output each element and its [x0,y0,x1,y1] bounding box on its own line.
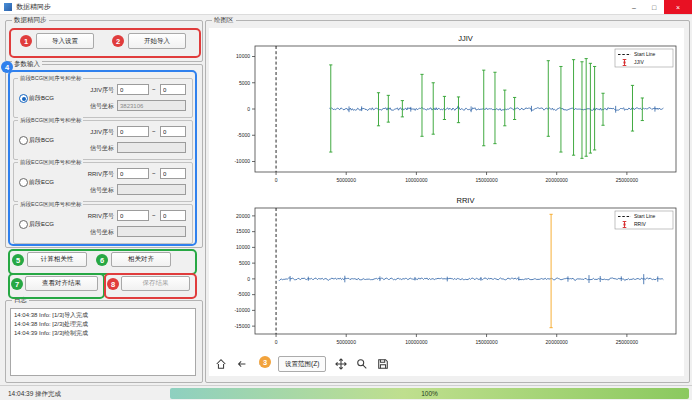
svg-text:20000000: 20000000 [546,177,568,183]
import-settings-button[interactable]: 导入设置 [36,33,94,49]
svg-text:5000: 5000 [239,260,250,266]
signal-coord-input [117,226,186,237]
plot-group-title: 绘图区 [212,16,236,25]
param-section-title: 前段ECG区间序号和坐标 [18,159,83,166]
correlation-align-button[interactable]: 相关对齐 [111,252,171,267]
start-import-button[interactable]: 开始导入 [128,33,186,49]
svg-text:20000000: 20000000 [546,339,568,345]
step-4-badge: 4 [1,61,13,73]
rriv-chart[interactable]: 0500000010000000150000002000000025000000… [211,194,682,350]
status-text: 14:04:39 操作完成 [8,390,61,399]
statusbar: 14:04:39 操作完成 100% [0,385,692,400]
titlebar: 数据精同步 – □ × [0,0,692,15]
svg-text:5000000: 5000000 [336,177,356,183]
serial-label: RRIV序号 [66,170,114,179]
calc-correlation-button[interactable]: 计算相关性 [27,252,87,267]
pan-icon[interactable] [333,356,349,372]
serial-end-input[interactable] [160,126,186,137]
view-align-result-button[interactable]: 查看对齐结果 [25,276,98,291]
range-separator: ~ [152,170,156,176]
serial-end-input[interactable] [160,84,186,95]
svg-text:10000: 10000 [236,244,250,250]
svg-text:Start Line: Start Line [634,51,656,57]
back-icon[interactable] [234,356,250,372]
svg-text:15000000: 15000000 [475,177,497,183]
rear-ecg-radio-label: 后段ECG [29,220,54,229]
step-6-badge: 6 [96,254,108,266]
step-2-badge: 2 [112,35,124,47]
svg-text:RRIV: RRIV [634,221,647,227]
import-group-title: 数据精同步 [12,16,49,25]
zoom-icon[interactable] [354,356,370,372]
step-8-badge: 8 [107,278,119,290]
serial-start-input[interactable] [117,126,149,137]
svg-text:10000000: 10000000 [405,339,427,345]
svg-text:RRIV: RRIV [457,196,475,205]
svg-text:0: 0 [275,177,278,183]
app-icon [4,3,12,11]
front-ecg-radio[interactable] [19,178,28,187]
svg-text:0: 0 [275,339,278,345]
plot-toolbar: 设置范围(Z) [213,355,679,373]
param-section-front-bcg: 前段BCG区间序号和坐标 前段BCG JJIV序号 ~ 信号坐标 [13,78,193,118]
log-line: 14:04:38 Info: [2/3]处理完成 [14,320,192,329]
serial-label: JJIV序号 [66,86,114,95]
front-ecg-radio-label: 前段ECG [29,178,54,187]
svg-text:JJIV: JJIV [458,34,473,43]
rear-ecg-radio[interactable] [19,220,28,229]
serial-label: JJIV序号 [66,128,114,137]
set-range-label: 设置范围(Z) [285,360,319,369]
window-controls: – □ × [624,0,692,14]
svg-text:10000: 10000 [236,53,250,59]
front-bcg-radio[interactable] [19,94,28,103]
serial-start-input[interactable] [117,210,149,221]
set-range-button[interactable]: 设置范围(Z) [278,356,326,372]
param-section-rear-bcg: 后段BCG区间序号和坐标 后段BCG JJIV序号 ~ 信号坐标 [13,120,193,160]
range-separator: ~ [152,128,156,134]
log-group-title: 日志 [12,296,29,305]
svg-text:0: 0 [247,106,250,112]
svg-text:JJIV: JJIV [634,59,644,65]
svg-text:20000: 20000 [236,213,250,219]
svg-text:15000000: 15000000 [475,339,497,345]
param-section-title: 后段ECG区间序号和坐标 [18,201,83,208]
coord-label: 信号坐标 [66,102,114,111]
range-separator: ~ [152,86,156,92]
serial-end-input[interactable] [160,168,186,179]
rear-bcg-radio[interactable] [19,136,28,145]
svg-text:Start Line: Start Line [634,213,656,219]
progress-label: 100% [421,390,438,397]
step-7-badge: 7 [11,278,23,290]
param-section-title: 后段BCG区间序号和坐标 [18,117,83,124]
coord-label: 信号坐标 [66,186,114,195]
rear-bcg-radio-label: 后段BCG [29,136,54,145]
save-icon[interactable] [375,356,391,372]
step-3-badge: 3 [259,356,271,368]
log-output[interactable]: 14:04:38 Info: [1/3]导入完成 14:04:38 Info: … [10,308,196,376]
maximize-button[interactable]: □ [644,0,664,14]
close-button[interactable]: × [664,0,692,14]
svg-text:-10000: -10000 [234,307,250,313]
save-result-button[interactable]: 保存结果 [121,276,190,291]
svg-text:25000000: 25000000 [616,177,638,183]
jjiv-chart[interactable]: 0500000010000000150000002000000025000000… [211,32,682,188]
coord-label: 信号坐标 [66,228,114,237]
front-bcg-radio-label: 前段BCG [29,94,54,103]
params-group-title: 参数输入 [12,60,42,69]
log-line: 14:04:38 Info: [1/3]导入完成 [14,311,192,320]
signal-coord-input [117,184,186,195]
step-1-badge: 1 [20,35,32,47]
serial-start-input[interactable] [117,168,149,179]
svg-text:0: 0 [247,276,250,282]
serial-end-input[interactable] [160,210,186,221]
home-icon[interactable] [213,356,229,372]
serial-start-input[interactable] [117,84,149,95]
range-separator: ~ [152,212,156,218]
minimize-button[interactable]: – [624,0,644,14]
svg-text:5000: 5000 [239,80,250,86]
coord-label: 信号坐标 [66,144,114,153]
param-section-title: 前段BCG区间序号和坐标 [18,75,83,82]
svg-text:-5000: -5000 [237,291,250,297]
serial-label: RRIV序号 [66,212,114,221]
progress-bar: 100% [170,388,689,399]
